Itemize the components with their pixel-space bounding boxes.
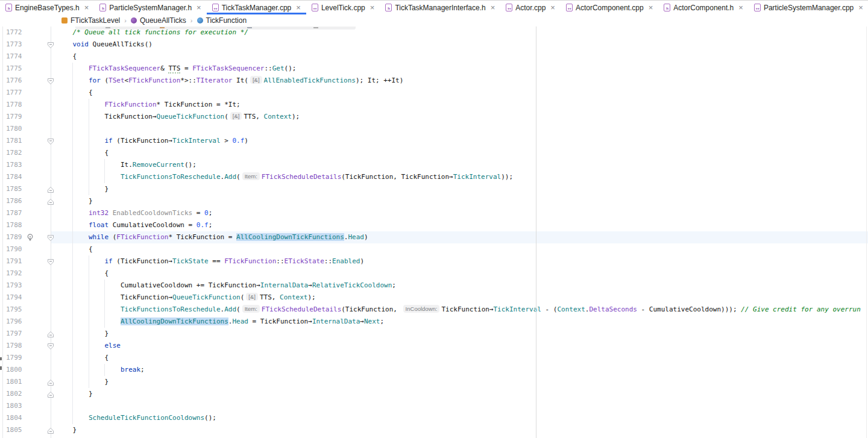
line-number[interactable]: 1787	[6, 207, 22, 219]
breadcrumb-FTickTaskLevel[interactable]: FTickTaskLevel	[61, 16, 120, 25]
code-line-1804[interactable]: ScheduleTickFunctionCooldowns();	[51, 412, 868, 424]
code-line-1778[interactable]: FTickFunction* TickFunction = *It;	[51, 99, 868, 111]
line-number[interactable]: 1802	[6, 388, 22, 400]
fold-marker-icon[interactable]	[47, 234, 54, 241]
code-line-1798[interactable]: else	[51, 340, 868, 352]
fold-marker-icon[interactable]	[47, 258, 54, 265]
tab-TickTaskManager.cpp[interactable]: ++TickTaskManager.cpp×	[207, 1, 306, 14]
tab-LevelTick.cpp[interactable]: ++LevelTick.cpp×	[306, 1, 380, 14]
code-line-1797[interactable]: }	[51, 328, 868, 340]
code-line-1788[interactable]: float CumulativeCooldown = 0.f;	[51, 219, 868, 231]
code-line-1796[interactable]: AllCoolingDownTickFunctions.Head = TickF…	[51, 316, 868, 328]
fold-marker-icon[interactable]	[47, 330, 54, 337]
tab-ActorComponent.h[interactable]: hActorComponent.h×	[658, 1, 749, 14]
fold-marker-icon[interactable]	[47, 427, 54, 434]
code-line-1803[interactable]	[51, 400, 868, 412]
code-line-1782[interactable]: {	[51, 147, 868, 159]
code-line-1790[interactable]: {	[51, 243, 868, 255]
line-number[interactable]: 1782	[6, 147, 22, 159]
code-line-1791[interactable]: if (TickFunction→TickState == FTickFunct…	[51, 255, 868, 267]
code-line-1787[interactable]: int32 EnabledCooldownTicks = 0;	[51, 207, 868, 219]
line-number[interactable]: 1780	[6, 123, 22, 135]
line-number[interactable]: 1783	[6, 159, 22, 171]
code-line-1777[interactable]: {	[51, 87, 868, 99]
close-icon[interactable]: ×	[550, 4, 555, 11]
line-number[interactable]: 1791	[6, 255, 22, 267]
code-line-1799[interactable]: {	[51, 352, 868, 364]
fold-marker-icon[interactable]	[47, 77, 54, 84]
line-number[interactable]: 1789	[6, 231, 22, 243]
line-number[interactable]: 1797	[6, 328, 22, 340]
code-line-1773[interactable]: void QueueAllTicks()	[51, 39, 868, 51]
line-number[interactable]: 1801	[6, 376, 22, 388]
close-icon[interactable]: ×	[296, 4, 301, 11]
code-line-1774[interactable]: {	[51, 51, 868, 63]
close-icon[interactable]: ×	[84, 4, 89, 11]
line-number[interactable]: 1774	[6, 51, 22, 63]
line-number[interactable]: 1800	[6, 364, 22, 376]
close-icon[interactable]: ×	[738, 4, 743, 11]
line-number[interactable]: 1772	[6, 27, 22, 39]
tab-ParticleSystemManager.h[interactable]: hParticleSystemManager.h×	[94, 1, 206, 14]
line-number[interactable]: 1784	[6, 171, 22, 183]
line-number[interactable]: 1796	[6, 316, 22, 328]
fold-marker-icon[interactable]	[47, 342, 54, 349]
code-line-1784[interactable]: TickFunctionsToReschedule.Add(Item:FTick…	[51, 171, 868, 183]
line-number[interactable]: 1793	[6, 280, 22, 292]
line-number[interactable]: 1779	[6, 111, 22, 123]
fold-marker-icon[interactable]	[47, 390, 54, 398]
line-number[interactable]: 1777	[6, 87, 22, 99]
tab-EngineBaseTypes.h[interactable]: hEngineBaseTypes.h×	[0, 1, 94, 14]
line-number[interactable]: 1781	[6, 135, 22, 147]
fold-marker-icon[interactable]	[47, 198, 54, 205]
close-icon[interactable]: ×	[370, 4, 375, 11]
line-number[interactable]: 1775	[6, 63, 22, 75]
line-number[interactable]: 1799	[6, 352, 22, 364]
code-line-1776[interactable]: for (TSet<FTickFunction*>::TIterator It(…	[51, 75, 868, 87]
line-number[interactable]: 1778	[6, 99, 22, 111]
code-line-1783[interactable]: It.RemoveCurrent();	[51, 159, 868, 171]
code-line-1775[interactable]: FTickTaskSequencer& TTS = FTickTaskSeque…	[51, 63, 868, 75]
line-number[interactable]: 1792	[6, 267, 22, 280]
breadcrumb-TickFunction[interactable]: TickFunction	[197, 16, 247, 25]
line-number[interactable]: 1798	[6, 340, 22, 352]
code-line-1785[interactable]: }	[51, 183, 868, 195]
tab-ParticleSystemManager.cpp[interactable]: ++ParticleSystemManager.cpp×	[749, 1, 868, 14]
line-number[interactable]: 1790	[6, 243, 22, 255]
code-line-1805[interactable]: }	[51, 424, 868, 436]
line-number[interactable]: 1804	[6, 412, 22, 424]
code-editor[interactable]: 1772177317741775177617771778177917801781…	[0, 27, 868, 438]
line-number[interactable]: 1776	[6, 75, 22, 87]
code-line-1792[interactable]: {	[51, 267, 868, 280]
code-line-1780[interactable]	[51, 123, 868, 135]
close-icon[interactable]: ×	[197, 4, 201, 11]
code-line-1789[interactable]: while (FTickFunction* TickFunction = All…	[51, 231, 868, 243]
breadcrumb-QueueAllTicks[interactable]: QueueAllTicks	[131, 16, 186, 25]
fold-marker-icon[interactable]	[47, 378, 54, 386]
close-icon[interactable]: ×	[491, 4, 495, 11]
line-number[interactable]: 1785	[6, 183, 22, 195]
tab-Actor.cpp[interactable]: ++Actor.cpp×	[500, 1, 561, 14]
code-line-1786[interactable]: }	[51, 195, 868, 207]
lightbulb-icon[interactable]	[26, 233, 34, 242]
code-text-area[interactable]: /* Queue all tick functions for executio…	[51, 27, 868, 438]
code-line-1779[interactable]: TickFunction→QueueTickFunction([&]TTS, C…	[51, 111, 868, 123]
fold-marker-icon[interactable]	[47, 41, 54, 48]
code-line-1794[interactable]: TickFunction→QueueTickFunction([&]TTS, C…	[51, 292, 868, 304]
line-number[interactable]: 1803	[6, 400, 22, 412]
line-number[interactable]: 1788	[6, 219, 22, 231]
code-line-1793[interactable]: CumulativeCooldown += TickFunction→Inter…	[51, 280, 868, 292]
code-line-1802[interactable]: }	[51, 388, 868, 400]
close-icon[interactable]: ×	[649, 4, 653, 11]
fold-marker-icon[interactable]	[47, 137, 54, 145]
line-number[interactable]: 1795	[6, 304, 22, 316]
line-number[interactable]: 1805	[6, 424, 22, 436]
line-number[interactable]: 1786	[6, 195, 22, 207]
code-line-1781[interactable]: if (TickFunction→TickInterval > 0.f)	[51, 135, 868, 147]
tab-TickTaskManagerInterface.h[interactable]: hTickTaskManagerInterface.h×	[380, 1, 500, 14]
line-number[interactable]: 1773	[6, 39, 22, 51]
editor-gutter[interactable]: 1772177317741775177617771778177917801781…	[3, 27, 51, 438]
code-line-1801[interactable]: }	[51, 376, 868, 388]
code-line-1800[interactable]: break;	[51, 364, 868, 376]
tab-ActorComponent.cpp[interactable]: ++ActorComponent.cpp×	[561, 1, 658, 14]
